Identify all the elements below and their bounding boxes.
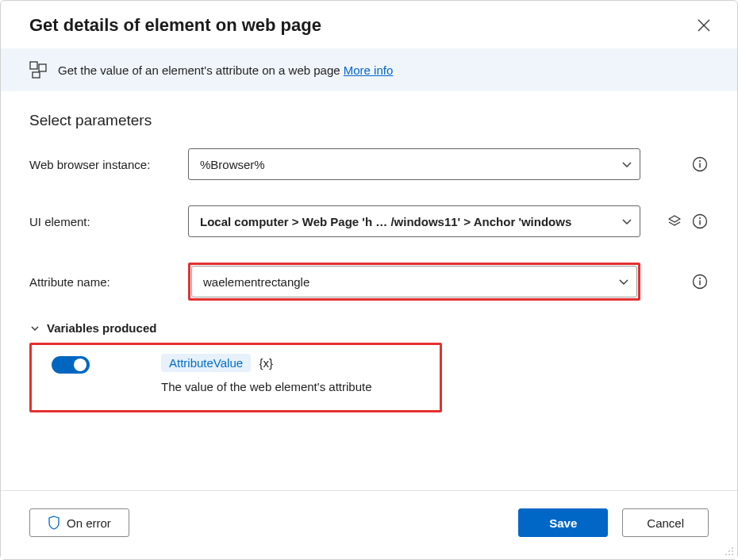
svg-rect-8 <box>699 221 700 225</box>
dialog-footer: On error Save Cancel <box>1 490 737 559</box>
svg-rect-0 <box>30 62 37 69</box>
variables-title: Variables produced <box>47 321 156 335</box>
help-browser[interactable] <box>691 155 709 173</box>
variable-row: AttributeValue {x} The value of the web … <box>33 346 439 409</box>
ui-element-select[interactable]: Local computer > Web Page 'h … /windows1… <box>188 205 640 237</box>
close-button[interactable] <box>694 16 713 35</box>
svg-point-16 <box>728 554 730 555</box>
svg-point-13 <box>732 550 733 552</box>
highlight-variable: AttributeValue {x} The value of the web … <box>29 343 442 412</box>
dialog-body: Select parameters Web browser instance: … <box>1 91 737 490</box>
chevron-down-icon <box>621 215 633 228</box>
variable-description: The value of the web element's attribute <box>161 380 431 393</box>
svg-rect-2 <box>33 72 40 78</box>
svg-point-7 <box>699 217 701 219</box>
attribute-name-select[interactable]: waelementrectangle <box>191 266 637 297</box>
shield-icon <box>48 516 60 530</box>
row-browser: Web browser instance: %Browser% <box>29 148 709 180</box>
row-element: UI element: Local computer > Web Page 'h… <box>29 205 709 237</box>
section-title: Select parameters <box>29 112 709 129</box>
dialog-title: Get details of element on web page <box>29 15 321 36</box>
banner-desc: Get the value of an element's attribute … <box>58 63 344 77</box>
attribute-value: waelementrectangle <box>203 275 309 289</box>
variable-name-chip[interactable]: AttributeValue <box>161 354 251 372</box>
ui-element-picker[interactable] <box>666 213 683 230</box>
on-error-label: On error <box>67 516 111 530</box>
save-button[interactable]: Save <box>518 508 608 537</box>
variables-header[interactable]: Variables produced <box>29 321 709 335</box>
svg-rect-5 <box>699 163 700 168</box>
help-attribute[interactable] <box>691 273 709 290</box>
label-attribute: Attribute name: <box>29 275 180 289</box>
more-info-link[interactable]: More info <box>344 63 394 77</box>
svg-point-12 <box>732 547 733 549</box>
cancel-label: Cancel <box>647 516 684 530</box>
info-banner: Get the value of an element's attribute … <box>1 48 737 91</box>
save-label: Save <box>549 516 577 530</box>
variable-toggle[interactable] <box>52 356 90 374</box>
svg-point-4 <box>699 160 701 162</box>
svg-rect-1 <box>39 64 46 71</box>
on-error-button[interactable]: On error <box>29 508 129 537</box>
dialog-header: Get details of element on web page <box>1 1 737 48</box>
variable-token: {x} <box>259 356 274 370</box>
help-element[interactable] <box>691 213 709 230</box>
cancel-button[interactable]: Cancel <box>622 508 709 537</box>
chevron-down-icon <box>29 323 40 334</box>
chevron-down-icon <box>621 158 633 171</box>
banner-text: Get the value of an element's attribute … <box>58 63 393 77</box>
browser-instance-select[interactable]: %Browser% <box>188 148 640 180</box>
variable-details: AttributeValue {x} The value of the web … <box>161 354 431 393</box>
svg-point-14 <box>728 550 730 552</box>
resize-grip-icon[interactable] <box>724 546 735 557</box>
info-icon <box>692 274 708 290</box>
label-element: UI element: <box>29 215 180 228</box>
dialog: Get details of element on web page Get t… <box>0 0 738 560</box>
info-icon <box>692 156 708 172</box>
layers-icon <box>667 213 682 229</box>
web-element-icon <box>29 61 47 79</box>
svg-rect-11 <box>699 281 700 286</box>
svg-point-10 <box>699 278 701 279</box>
label-browser: Web browser instance: <box>29 158 180 171</box>
close-icon <box>698 19 710 32</box>
info-icon <box>692 213 708 229</box>
svg-point-17 <box>725 554 727 555</box>
row-attribute: Attribute name: waelementrectangle <box>29 263 709 301</box>
chevron-down-icon <box>617 275 630 288</box>
browser-value: %Browser% <box>200 158 265 171</box>
svg-point-15 <box>732 554 733 555</box>
highlight-attribute: waelementrectangle <box>188 263 640 301</box>
element-value: Local computer > Web Page 'h … /windows1… <box>200 215 571 228</box>
